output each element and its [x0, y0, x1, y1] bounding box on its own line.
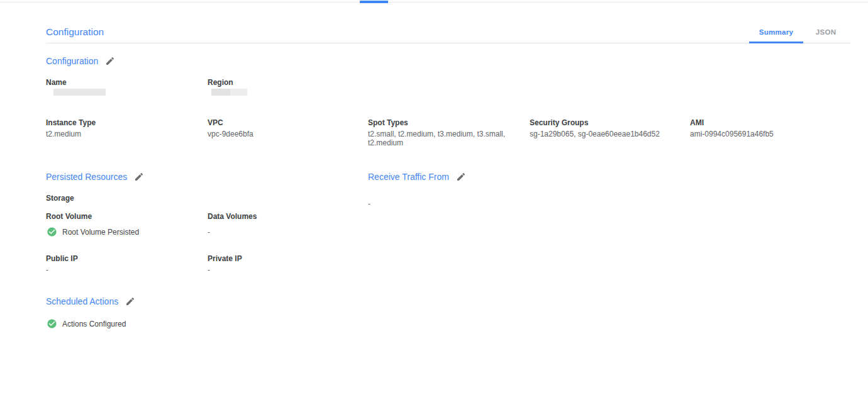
security-groups-field-value: sg-1a29b065, sg-0eae60eeae1b46d52 [530, 130, 660, 138]
scheduled-actions-section-title: Scheduled Actions [46, 296, 118, 306]
root-volume-field-label: Root Volume [46, 212, 92, 221]
region-field-label: Region [208, 78, 233, 87]
check-circle-icon [47, 318, 57, 329]
top-active-tab-indicator [360, 1, 388, 3]
scheduled-actions-status-text: Actions Configured [62, 320, 126, 328]
receive-traffic-section-header: Receive Traffic From [368, 172, 466, 182]
spot-types-field-value: t2.small, t2.medium, t3.medium, t3.small… [368, 130, 516, 147]
ami-field-value: ami-0994c095691a46fb5 [690, 130, 774, 138]
storage-group-label: Storage [46, 194, 74, 203]
root-volume-status-text: Root Volume Persisted [62, 228, 139, 237]
ami-field-label: AMI [690, 118, 704, 127]
top-tabstrip-divider [0, 2, 868, 3]
region-field-value-redacted [211, 89, 247, 96]
spot-types-field-label: Spot Types [368, 118, 408, 127]
edit-pencil-icon[interactable] [125, 296, 135, 306]
security-groups-field-label: Security Groups [530, 118, 588, 127]
tab-json[interactable]: JSON [808, 28, 844, 36]
persisted-resources-section-header: Persisted Resources [46, 172, 144, 182]
scheduled-actions-section-header: Scheduled Actions [46, 296, 135, 306]
data-volumes-field-value: - [208, 228, 210, 237]
tab-summary-active-underline [749, 42, 803, 43]
scheduled-actions-status: Actions Configured [47, 318, 126, 329]
instance-type-field-label: Instance Type [46, 118, 96, 127]
configuration-section-header: Configuration [46, 56, 115, 66]
private-ip-field-label: Private IP [208, 254, 242, 263]
configuration-summary-page: Configuration Summary JSON Configuration… [0, 0, 868, 397]
public-ip-field-value: - [46, 266, 48, 274]
public-ip-field-label: Public IP [46, 254, 78, 263]
data-volumes-field-label: Data Volumes [208, 212, 257, 221]
name-field-label: Name [46, 78, 67, 87]
configuration-section-title: Configuration [46, 56, 98, 66]
receive-traffic-value: - [368, 199, 370, 208]
root-volume-status: Root Volume Persisted [47, 226, 139, 237]
edit-pencil-icon[interactable] [105, 56, 115, 66]
header-divider [46, 43, 850, 43]
vpc-field-value: vpc-9dee6bfa [208, 130, 253, 138]
page-title: Configuration [46, 26, 104, 38]
persisted-resources-section-title: Persisted Resources [46, 172, 127, 182]
edit-pencil-icon[interactable] [456, 172, 466, 182]
private-ip-field-value: - [208, 266, 210, 274]
check-circle-icon [47, 226, 57, 237]
tab-summary[interactable]: Summary [749, 28, 803, 36]
instance-type-field-value: t2.medium [46, 130, 81, 138]
vpc-field-label: VPC [208, 118, 223, 127]
edit-pencil-icon[interactable] [134, 172, 144, 182]
name-field-value-redacted [53, 89, 106, 96]
receive-traffic-section-title: Receive Traffic From [368, 172, 449, 182]
